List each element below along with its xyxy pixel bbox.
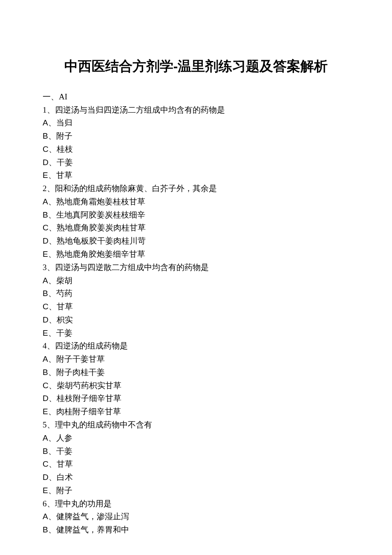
option-d: D、熟地龟板胶干姜肉桂川苛	[43, 235, 349, 248]
option-b: B、芍药	[43, 287, 349, 300]
option-label: C	[43, 145, 49, 154]
option-c: C、熟地鹿角胶姜炭肉桂甘草	[43, 221, 349, 235]
option-label: A	[43, 197, 48, 206]
option-b: B、干姜	[43, 445, 349, 458]
option-text: 甘草	[57, 459, 73, 468]
option-text: 甘草	[57, 302, 73, 311]
option-label: E	[43, 486, 48, 495]
option-d: D、白术	[43, 471, 349, 484]
option-label: E	[43, 328, 48, 337]
option-d: D、干姜	[43, 156, 349, 169]
option-a: A、柴胡	[43, 274, 349, 288]
option-separator: 、	[48, 486, 56, 495]
option-text: 柴胡	[56, 276, 72, 285]
option-text: 干姜	[57, 158, 73, 167]
option-separator: 、	[48, 355, 56, 363]
option-label: C	[43, 381, 49, 390]
option-a: A、人参	[43, 432, 349, 445]
option-separator: 、	[48, 368, 56, 377]
option-text: 附子	[56, 486, 72, 495]
option-label: D	[43, 315, 49, 324]
question-block: 4、四逆汤的组成药物是A、附子干姜甘草B、附子肉桂干姜C、柴胡芍药枳实甘草D、桂…	[43, 340, 349, 418]
option-text: 枳实	[57, 315, 73, 324]
option-label: C	[43, 459, 49, 468]
option-separator: 、	[49, 315, 57, 324]
option-label: B	[43, 368, 48, 377]
question-text: 5、理中丸的组成药物中不含有	[43, 418, 349, 432]
option-text: 柴胡芍药枳实甘草	[57, 381, 121, 390]
option-text: 附子干姜甘草	[56, 355, 105, 363]
option-c: C、桂枝	[43, 143, 349, 156]
option-text: 附子肉桂干姜	[56, 368, 105, 377]
question-block: 5、理中丸的组成药物中不含有A、人参B、干姜C、甘草D、白术E、附子	[43, 418, 349, 497]
option-label: B	[43, 525, 48, 534]
option-e: E、熟地鹿角胶炮姜细辛甘草	[43, 248, 349, 261]
option-label: A	[43, 118, 48, 127]
option-b: B、附子肉桂干姜	[43, 366, 349, 379]
option-text: 肉桂附子细辛甘草	[56, 407, 121, 416]
section-heading: 一、AI	[43, 90, 349, 104]
option-e: E、附子	[43, 484, 349, 497]
option-text: 熟地鹿角霜炮姜桂枝甘草	[56, 197, 145, 206]
option-label: D	[43, 473, 49, 482]
option-separator: 、	[49, 158, 57, 167]
option-separator: 、	[48, 407, 56, 416]
option-text: 甘草	[56, 171, 72, 180]
option-separator: 、	[49, 223, 57, 232]
option-b: B、附子	[43, 130, 349, 143]
option-separator: 、	[49, 236, 57, 245]
question-block: 6、理中丸的功用是A、健脾益气，渗湿止泻B、健脾益气，养胃和中	[43, 497, 349, 537]
option-separator: 、	[48, 447, 56, 456]
option-separator: 、	[48, 171, 56, 180]
option-e: E、甘草	[43, 169, 349, 182]
option-d: D、桂枝附子细辛甘草	[43, 392, 349, 405]
option-label: D	[43, 158, 49, 167]
question-block: 2、阳和汤的组成药物除麻黄、白芥子外，其余是A、熟地鹿角霜炮姜桂枝甘草B、生地真…	[43, 182, 349, 261]
option-separator: 、	[48, 512, 56, 521]
option-text: 熟地龟板胶干姜肉桂川苛	[57, 236, 146, 245]
question-text: 4、四逆汤的组成药物是	[43, 340, 349, 353]
option-text: 健脾益气，渗湿止泻	[56, 512, 129, 521]
option-separator: 、	[49, 145, 57, 154]
question-text: 6、理中丸的功用是	[43, 497, 349, 511]
option-label: A	[43, 512, 48, 521]
option-separator: 、	[48, 289, 56, 298]
option-d: D、枳实	[43, 314, 349, 327]
option-label: B	[43, 289, 48, 298]
option-separator: 、	[49, 381, 57, 390]
option-c: C、柴胡芍药枳实甘草	[43, 379, 349, 392]
option-text: 桂枝附子细辛甘草	[57, 394, 121, 403]
question-block: 1、四逆汤与当归四逆汤二方组成中均含有的药物是A、当归B、附子C、桂枝D、干姜E…	[43, 104, 349, 183]
option-a: A、附子干姜甘草	[43, 353, 349, 366]
option-e: E、肉桂附子细辛甘草	[43, 405, 349, 418]
option-b: B、生地真阿胶姜炭桂枝细辛	[43, 209, 349, 222]
option-text: 干姜	[56, 328, 72, 337]
option-label: D	[43, 394, 49, 403]
option-separator: 、	[48, 525, 56, 534]
question-text: 3、四逆汤与四逆散二方组成中均含有的药物是	[43, 261, 349, 274]
option-separator: 、	[48, 197, 56, 206]
option-text: 生地真阿胶姜炭桂枝细辛	[56, 210, 145, 219]
option-separator: 、	[48, 118, 56, 127]
option-label: B	[43, 210, 48, 219]
section-label: 一、AI	[43, 92, 67, 101]
option-label: D	[43, 236, 49, 245]
question-text: 1、四逆汤与当归四逆汤二方组成中均含有的药物是	[43, 104, 349, 117]
option-e: E、干姜	[43, 327, 349, 340]
option-separator: 、	[49, 459, 57, 468]
questions-container: 1、四逆汤与当归四逆汤二方组成中均含有的药物是A、当归B、附子C、桂枝D、干姜E…	[43, 104, 349, 537]
option-a: A、健脾益气，渗湿止泻	[43, 510, 349, 523]
option-separator: 、	[48, 433, 56, 442]
option-text: 健脾益气，养胃和中	[56, 525, 129, 534]
option-separator: 、	[48, 210, 56, 219]
option-text: 芍药	[56, 289, 72, 298]
option-label: B	[43, 447, 48, 456]
option-text: 当归	[56, 118, 72, 127]
page-title: 中西医结合方剂学-温里剂练习题及答案解析	[43, 55, 349, 78]
option-text: 人参	[56, 433, 72, 442]
option-label: E	[43, 171, 48, 180]
option-text: 附子	[56, 131, 72, 140]
option-separator: 、	[48, 276, 56, 285]
option-b: B、健脾益气，养胃和中	[43, 523, 349, 537]
option-label: C	[43, 223, 49, 232]
